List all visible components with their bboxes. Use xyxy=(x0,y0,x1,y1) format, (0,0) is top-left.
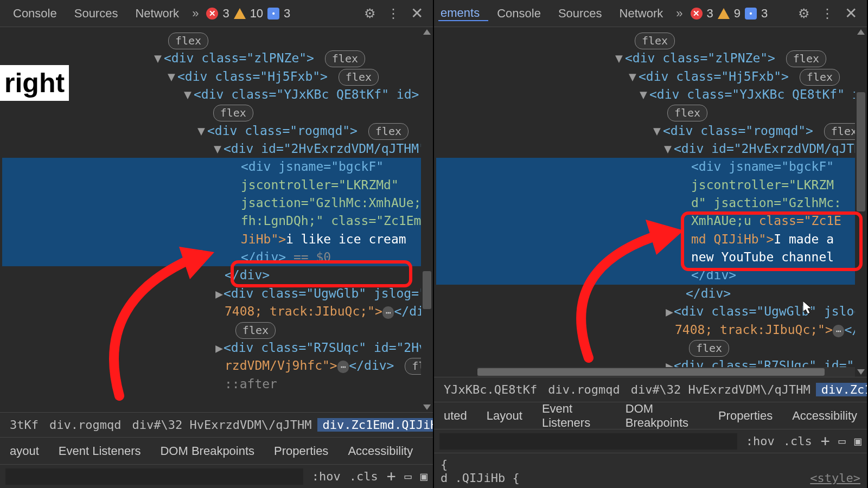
scroll-down-icon[interactable] xyxy=(857,369,865,375)
ellipsis-icon[interactable]: ⋯ xyxy=(337,361,349,373)
flex-badge[interactable]: flex xyxy=(368,123,409,140)
scroll-up-icon[interactable] xyxy=(423,29,431,35)
ellipsis-icon[interactable]: ⋯ xyxy=(833,325,845,337)
dom-node[interactable]: <div id="2HvExrzdVDM/qJTHM"> xyxy=(674,142,867,156)
subtab-accessibility[interactable]: Accessibility xyxy=(338,444,423,458)
kebab-menu-icon[interactable]: ⋮ xyxy=(815,6,839,21)
styles-filter-input[interactable] xyxy=(5,468,303,485)
dom-node-selected[interactable]: <div jsname="bgckF" xyxy=(241,159,384,174)
tab-elements[interactable]: ements xyxy=(438,6,488,21)
dom-close: </div> xyxy=(225,268,270,282)
hov-button[interactable]: :hov xyxy=(312,470,341,483)
tab-sources[interactable]: Sources xyxy=(550,7,611,21)
toggle-sidebar-icon[interactable]: ▣ xyxy=(420,470,427,483)
tab-sources[interactable]: Sources xyxy=(66,7,127,21)
flex-badge[interactable]: flex xyxy=(689,340,729,357)
flex-badge[interactable]: flex xyxy=(325,50,365,67)
device-icon[interactable]: ▭ xyxy=(405,470,412,483)
vertical-scrollbar[interactable] xyxy=(421,27,433,412)
scroll-up-icon[interactable] xyxy=(857,29,865,35)
issue-counts[interactable]: ✕ 3 9 • 3 xyxy=(691,7,768,21)
styles-toolbar: :hov .cls + ▭ ▣ xyxy=(434,429,867,453)
scroll-thumb[interactable] xyxy=(857,92,865,211)
dom-node[interactable]: <div id="2HvExrzdVDM/qJTHM"> xyxy=(224,142,433,156)
hov-button[interactable]: :hov xyxy=(746,434,775,448)
subtab-layout[interactable]: Layout xyxy=(477,409,532,423)
crumb-selected[interactable]: div.Zc1Emd.QIJiHb xyxy=(317,418,433,432)
subtab-event-listeners[interactable]: Event Listeners xyxy=(49,444,151,458)
new-style-icon[interactable]: + xyxy=(821,432,830,450)
ellipsis-icon[interactable]: ⋯ xyxy=(382,306,394,319)
subtab-computed[interactable]: uted xyxy=(434,409,477,423)
new-style-icon[interactable]: + xyxy=(387,467,396,485)
flex-badge[interactable]: flex xyxy=(213,105,253,121)
subtab-event-listeners[interactable]: Event Listeners xyxy=(532,402,616,430)
issue-counts[interactable]: ✕ 3 10 • 3 xyxy=(206,7,290,21)
close-icon[interactable]: ✕ xyxy=(405,4,429,22)
settings-icon[interactable]: ⚙ xyxy=(793,6,815,21)
dom-attr: fh:LgnDQh;" class="Zc1Emd xyxy=(241,214,429,228)
dom-node-selected[interactable]: <div jsname="bgckF" xyxy=(691,159,834,174)
subtab-accessibility[interactable]: Accessibility xyxy=(782,409,867,423)
device-icon[interactable]: ▭ xyxy=(839,434,846,448)
subtab-layout[interactable]: ayout xyxy=(0,444,49,458)
tab-console[interactable]: Console xyxy=(4,7,66,21)
cls-button[interactable]: .cls xyxy=(783,434,812,448)
flex-badge[interactable]: flex xyxy=(786,50,826,67)
dom-node[interactable]: <div class="UgwGlb" jslog="1 xyxy=(674,304,867,318)
dom-node[interactable]: <div class="Hj5Fxb"> xyxy=(177,69,328,84)
dom-node[interactable]: <div class="YJxKBc QE8tKf" id> xyxy=(194,87,419,101)
subtab-properties[interactable]: Properties xyxy=(264,444,338,458)
dom-node[interactable]: <div class="R7SUqc" id="2HvE xyxy=(224,341,433,355)
dom-node[interactable]: <div class="Hj5Fxb"> xyxy=(639,69,789,84)
elements-tree-left[interactable]: flex ▼<div class="zlPNZe"> flex ▼<div cl… xyxy=(0,27,433,412)
crumb[interactable]: div#\32 HvExrzdVDM\/qJTHM xyxy=(126,418,317,432)
toggle-sidebar-icon[interactable]: ▣ xyxy=(854,434,861,448)
close-icon[interactable]: ✕ xyxy=(839,4,863,22)
dom-text-content[interactable]: i like ice cream xyxy=(286,232,406,246)
vertical-scrollbar[interactable] xyxy=(855,27,867,377)
subtab-properties[interactable]: Properties xyxy=(709,409,782,423)
style-source[interactable]: <style> xyxy=(810,471,860,485)
crumb[interactable]: 3tKf xyxy=(4,418,44,432)
flex-badge[interactable]: flex xyxy=(667,105,707,121)
dom-node[interactable]: <div class="UgwGlb" jslog="1 xyxy=(224,286,433,300)
flex-badge[interactable]: flex xyxy=(339,69,379,86)
crumb-selected[interactable]: div.Zc1Emd.QIJiHb xyxy=(816,383,867,396)
dom-node[interactable]: <div class="YJxKBc QE8tKf" id> xyxy=(649,87,867,101)
crumb[interactable]: div.rogmqd xyxy=(44,418,126,432)
scroll-thumb[interactable] xyxy=(423,271,431,309)
tab-console[interactable]: Console xyxy=(488,7,550,21)
flex-badge[interactable]: flex xyxy=(235,322,276,339)
scroll-down-icon[interactable] xyxy=(423,404,431,410)
subtab-dom-breakpoints[interactable]: DOM Breakpoints xyxy=(616,402,709,430)
crumb[interactable]: YJxKBc.QE8tKf xyxy=(438,383,542,396)
tab-network[interactable]: Network xyxy=(611,7,672,21)
crumb[interactable]: div#\32 HvExrzdVDM\/qJTHM xyxy=(626,383,816,396)
more-tabs-icon[interactable]: » xyxy=(672,7,687,21)
dom-node[interactable]: <div class="zlPNZe"> xyxy=(164,51,314,65)
kebab-menu-icon[interactable]: ⋮ xyxy=(381,6,405,21)
cursor-pointer-icon xyxy=(803,301,814,315)
breadcrumb-bar-right[interactable]: YJxKBc.QE8tKf div.rogmqd div#\32 HvExrzd… xyxy=(434,377,867,402)
horizontal-scrollbar[interactable] xyxy=(477,367,856,377)
elements-tree-right[interactable]: flex ▼<div class="zlPNZe"> flex ▼<div cl… xyxy=(434,27,867,377)
styles-filter-input[interactable] xyxy=(439,433,737,450)
more-tabs-icon[interactable]: » xyxy=(188,7,203,21)
dom-node[interactable]: <div class="zlPNZe"> xyxy=(625,51,775,65)
css-rule[interactable]: d .QIJiHb { xyxy=(441,471,520,485)
dom-node[interactable]: <div class="rogmqd"> xyxy=(207,124,358,138)
flex-badge[interactable]: flex xyxy=(168,33,208,49)
cls-button[interactable]: .cls xyxy=(349,470,378,483)
flex-badge[interactable]: flex xyxy=(635,33,675,49)
crumb[interactable]: div.rogmqd xyxy=(542,383,625,396)
info-count: 3 xyxy=(761,7,768,21)
subtab-dom-breakpoints[interactable]: DOM Breakpoints xyxy=(150,444,264,458)
hscroll-thumb[interactable] xyxy=(477,368,825,376)
tab-network[interactable]: Network xyxy=(126,7,188,21)
settings-icon[interactable]: ⚙ xyxy=(359,6,381,21)
dom-node[interactable]: <div class="rogmqd"> xyxy=(663,124,813,138)
flex-badge[interactable]: flex xyxy=(800,69,840,86)
breadcrumb-bar-left[interactable]: 3tKf div.rogmqd div#\32 HvExrzdVDM\/qJTH… xyxy=(0,412,433,437)
panel-tabs-left: Console Sources Network » ✕ 3 10 • 3 ⚙ ⋮… xyxy=(0,0,433,27)
